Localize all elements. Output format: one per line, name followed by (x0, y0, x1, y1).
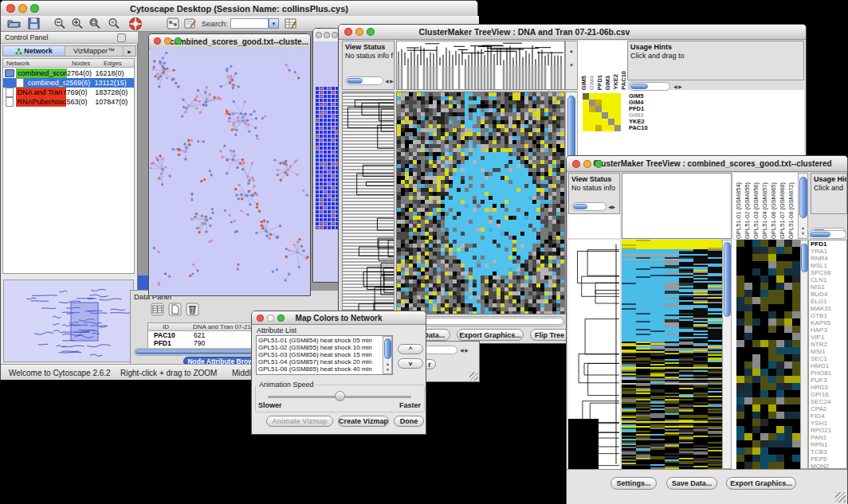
attribute-item[interactable]: GPL51-01 (GSM854) heat shock 05 min (257, 337, 383, 344)
network-list-row[interactable]: combined_scores2764(0)16218(0) (3, 68, 134, 78)
scroll-arrows-icon[interactable]: ◀ ▶ (460, 348, 469, 353)
hscroll-thumb[interactable] (347, 78, 363, 84)
search-input[interactable] (230, 18, 269, 29)
netwin1-titlebar[interactable]: combined_scores_good.txt--cluste... (149, 34, 310, 49)
gene-label[interactable]: BUD4 (809, 291, 846, 298)
tv2-zoom-vscrollbar[interactable] (800, 240, 808, 469)
tv2-top-vscrollbar[interactable]: ▲ ▼ (798, 173, 808, 239)
dialog-titlebar[interactable]: Map Colors to Network (252, 311, 426, 325)
close-icon[interactable] (572, 160, 580, 168)
gene-label[interactable]: NIS1 (809, 283, 846, 291)
col-id[interactable]: ID (163, 323, 169, 330)
tv2-heatmap[interactable] (622, 240, 722, 469)
up-arrow-icon[interactable]: ▲ (801, 226, 805, 230)
gene-label[interactable]: TCB3 (809, 448, 846, 455)
attribute-item[interactable]: GPL51-06 (GSM865) heat shock 40 min (257, 365, 383, 373)
zoom-window-icon[interactable] (30, 4, 39, 13)
scroll-arrows-icon[interactable]: ◀ ▶ (673, 84, 682, 89)
gene-label[interactable]: HAP3 (809, 326, 846, 334)
tv1-hints-hscrollbar[interactable] (629, 82, 670, 91)
gene-label[interactable]: GTB1 (809, 312, 846, 319)
zoom-window-icon[interactable] (332, 32, 338, 38)
netwin2-titlebar[interactable] (313, 29, 339, 42)
tv2-row-dendrogram[interactable] (568, 240, 620, 469)
down-arrow-icon[interactable]: ▼ (569, 63, 574, 68)
scroll-arrows-icon[interactable]: ◀ ▶ (385, 79, 394, 84)
attribute-vscrollbar[interactable]: ▲ ▼ (383, 336, 392, 374)
gene-label[interactable]: NTR2 (809, 341, 846, 348)
up-arrow-icon[interactable]: ▲ (569, 49, 574, 53)
create-vizmap-button[interactable]: Create Vizmap (338, 416, 389, 427)
vscroll-thumb[interactable] (799, 177, 807, 218)
birdseye-view[interactable] (3, 279, 134, 362)
tab-vizmapper[interactable]: VizMapper™ (65, 46, 123, 56)
attribute-item[interactable]: GPL51-02 (GSM855) heat shock 10 min (257, 344, 383, 351)
gene-label[interactable]: GPI16 (809, 391, 846, 398)
close-icon[interactable] (257, 315, 264, 322)
float-panel-icon[interactable] (117, 33, 126, 42)
tv2-titlebar[interactable]: ClusterMaker TreeView : combined_scores_… (567, 156, 847, 172)
tv1-titlebar[interactable]: ClusterMaker TreeView : DNA and Tran 07-… (339, 25, 806, 40)
gene-label[interactable]: MSI1 (809, 348, 846, 355)
gene-label[interactable]: HMG1 (809, 362, 846, 369)
zoom-window-icon[interactable] (367, 28, 375, 36)
close-icon[interactable] (344, 28, 352, 36)
scroll-arrows-icon[interactable]: ◀▶ (608, 205, 615, 209)
gene-label[interactable]: VIP1 (809, 334, 846, 341)
vscroll-thumb[interactable] (384, 338, 391, 359)
export-graphics-button[interactable]: Export Graphics... (726, 477, 796, 490)
gene-label[interactable]: PHO81 (809, 369, 846, 377)
zoom-out-icon[interactable] (53, 18, 67, 33)
zoom-window-icon[interactable] (595, 160, 603, 168)
window-controls[interactable] (6, 4, 39, 13)
gene-label[interactable]: MSL1 (809, 262, 846, 269)
zoom-in-icon[interactable] (71, 18, 84, 33)
save-data-button[interactable]: Save Data... (666, 477, 717, 490)
settings-button[interactable]: Settings... (610, 477, 657, 490)
vscroll-thumb[interactable] (724, 242, 731, 317)
zoom-selected-icon[interactable] (108, 18, 121, 33)
gene-label[interactable]: SEC24 (809, 398, 846, 405)
tv2-genes-hscrollbar[interactable] (808, 230, 846, 239)
zoom-fit-icon[interactable] (88, 18, 102, 33)
hscroll-thumb[interactable] (630, 84, 648, 89)
gene-label[interactable]: ELG1 (809, 298, 846, 305)
new-page-icon[interactable] (168, 303, 182, 319)
open-folder-icon[interactable] (7, 18, 21, 33)
vscroll-thumb[interactable] (801, 244, 808, 272)
tv2-column-dendrogram[interactable] (622, 173, 732, 239)
network-canvas-2[interactable] (314, 41, 339, 282)
network-list-row[interactable]: RNAPuberNov2+!563(0)107847(0) (3, 97, 134, 107)
export-graphics-button[interactable]: Export Graphics... (457, 329, 524, 341)
gene-label[interactable]: PUF3 (809, 377, 846, 384)
tv1-heatmap[interactable] (396, 92, 565, 315)
gene-label[interactable]: PAN1 (809, 434, 846, 441)
minimize-icon[interactable] (18, 4, 27, 13)
tab-overflow-icon[interactable]: ▶ (123, 46, 135, 56)
tv1-column-dendrogram[interactable] (396, 41, 565, 90)
col-attr[interactable]: DNA and Tran 07-21-06 (193, 323, 261, 330)
overview-panel-icon[interactable] (167, 18, 179, 33)
attribute-item[interactable]: GPL51-04 (GSM857) heat shock 20 min (257, 358, 383, 365)
gene-label[interactable]: KAP95 (809, 319, 846, 326)
table-icon[interactable] (151, 303, 164, 319)
attribute-listbox[interactable]: GPL51-01 (GSM854) heat shock 05 minGPL51… (256, 335, 393, 375)
attribute-table-icon[interactable] (285, 18, 297, 33)
minimize-icon[interactable] (164, 37, 171, 45)
col-edges[interactable]: Edges (104, 60, 122, 67)
animate-vizmap-button[interactable]: Animate Vizmap (266, 416, 333, 427)
minimize-icon[interactable] (267, 315, 274, 322)
close-icon[interactable] (154, 37, 161, 45)
tv1-row-dendrogram[interactable] (342, 92, 395, 315)
tv1-scroll-strip[interactable]: ▲▼ (565, 41, 578, 90)
trash-icon[interactable] (186, 303, 199, 319)
fragment-hscrollbar[interactable] (424, 346, 457, 354)
move-down-button[interactable]: v (398, 358, 423, 369)
col-network[interactable]: Network (6, 60, 29, 67)
tv2-vscrollbar[interactable] (722, 240, 732, 469)
gene-label[interactable]: PEP5 (809, 455, 846, 463)
main-titlebar[interactable]: Cytoscape Desktop (Session Name: collins… (1, 1, 477, 17)
gene-label[interactable]: MAK31 (809, 305, 846, 312)
zoom-window-icon[interactable] (175, 37, 182, 45)
tv2-zoom-heatmap[interactable] (736, 240, 800, 469)
